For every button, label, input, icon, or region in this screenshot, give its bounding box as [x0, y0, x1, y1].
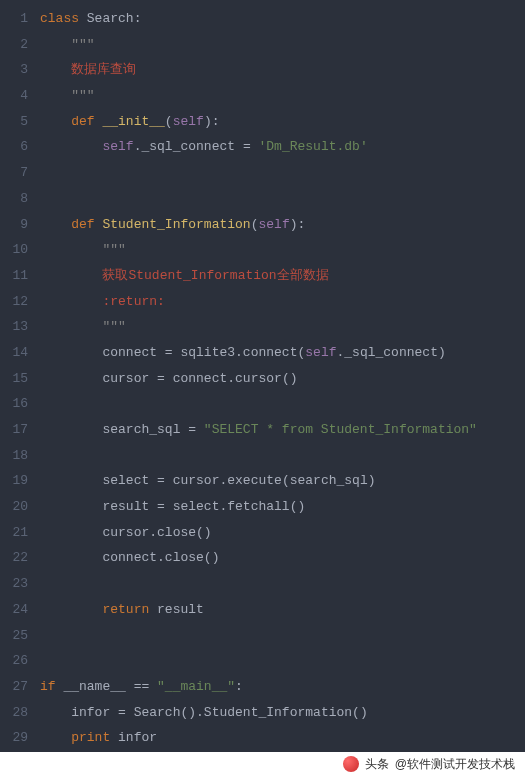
line-number: 22: [0, 545, 28, 571]
code-line[interactable]: [40, 186, 525, 212]
code-line[interactable]: """: [40, 314, 525, 340]
line-number: 11: [0, 263, 28, 289]
avatar-icon: [343, 756, 359, 772]
code-line[interactable]: infor = Search().Student_Information(): [40, 700, 525, 726]
line-number: 5: [0, 109, 28, 135]
code-line[interactable]: cursor = connect.cursor(): [40, 366, 525, 392]
code-line[interactable]: if __name__ == "__main__":: [40, 674, 525, 700]
line-number: 4: [0, 83, 28, 109]
line-number: 3: [0, 57, 28, 83]
line-number: 29: [0, 725, 28, 751]
code-line[interactable]: 数据库查询: [40, 57, 525, 83]
code-line[interactable]: [40, 623, 525, 649]
line-number: 9: [0, 212, 28, 238]
line-number: 21: [0, 520, 28, 546]
line-number: 23: [0, 571, 28, 597]
code-line[interactable]: connect.close(): [40, 545, 525, 571]
line-number: 24: [0, 597, 28, 623]
code-line[interactable]: def Student_Information(self):: [40, 212, 525, 238]
line-number: 8: [0, 186, 28, 212]
line-number: 2: [0, 32, 28, 58]
code-line[interactable]: """: [40, 237, 525, 263]
code-line[interactable]: cursor.close(): [40, 520, 525, 546]
code-line[interactable]: [40, 571, 525, 597]
code-line[interactable]: """: [40, 83, 525, 109]
code-area[interactable]: class Search: """ 数据库查询 """ def __init__…: [40, 0, 525, 752]
line-number: 17: [0, 417, 28, 443]
attribution-footer: 头条 @软件测试开发技术栈: [0, 752, 525, 776]
line-number: 7: [0, 160, 28, 186]
line-number: 20: [0, 494, 28, 520]
code-line[interactable]: search_sql = "SELECT * from Student_Info…: [40, 417, 525, 443]
line-number: 26: [0, 648, 28, 674]
line-number: 12: [0, 289, 28, 315]
code-line[interactable]: print infor: [40, 725, 525, 751]
code-line[interactable]: def __init__(self):: [40, 109, 525, 135]
line-number-gutter: 1234567891011121314151617181920212223242…: [0, 0, 40, 752]
code-line[interactable]: class Search:: [40, 6, 525, 32]
code-line[interactable]: """: [40, 32, 525, 58]
line-number: 14: [0, 340, 28, 366]
source-label: 头条: [365, 756, 389, 773]
line-number: 6: [0, 134, 28, 160]
code-line[interactable]: [40, 443, 525, 469]
code-line[interactable]: :return:: [40, 289, 525, 315]
line-number: 18: [0, 443, 28, 469]
line-number: 13: [0, 314, 28, 340]
code-line[interactable]: self._sql_connect = 'Dm_Result.db': [40, 134, 525, 160]
code-editor[interactable]: 1234567891011121314151617181920212223242…: [0, 0, 525, 752]
code-line[interactable]: [40, 391, 525, 417]
line-number: 25: [0, 623, 28, 649]
code-line[interactable]: result = select.fetchall(): [40, 494, 525, 520]
line-number: 27: [0, 674, 28, 700]
code-line[interactable]: select = cursor.execute(search_sql): [40, 468, 525, 494]
code-line[interactable]: [40, 160, 525, 186]
line-number: 15: [0, 366, 28, 392]
author-label: @软件测试开发技术栈: [395, 756, 515, 773]
line-number: 19: [0, 468, 28, 494]
line-number: 1: [0, 6, 28, 32]
code-line[interactable]: [40, 648, 525, 674]
line-number: 10: [0, 237, 28, 263]
code-line[interactable]: 获取Student_Information全部数据: [40, 263, 525, 289]
code-line[interactable]: connect = sqlite3.connect(self._sql_conn…: [40, 340, 525, 366]
code-line[interactable]: return result: [40, 597, 525, 623]
line-number: 16: [0, 391, 28, 417]
line-number: 28: [0, 700, 28, 726]
